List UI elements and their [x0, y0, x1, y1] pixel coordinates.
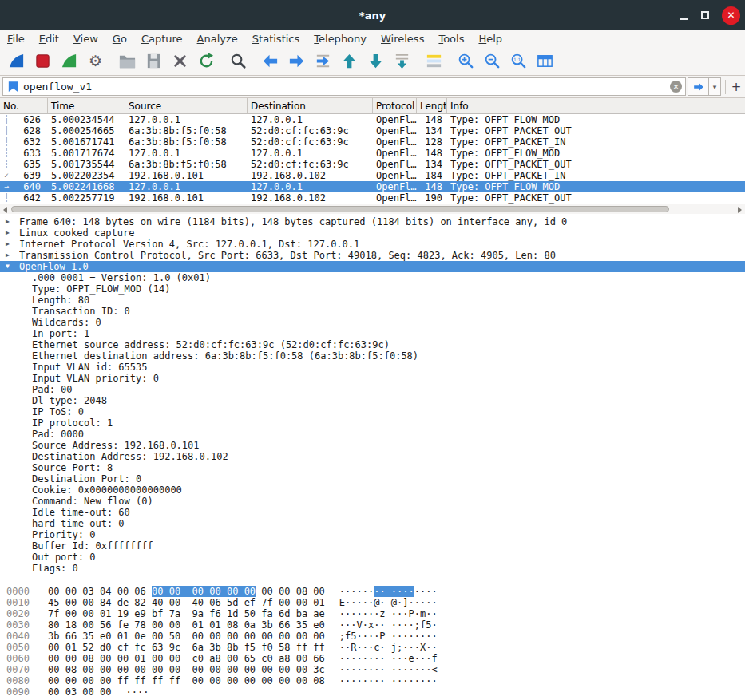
expander-icon[interactable]	[18, 328, 32, 339]
column-header-protocol[interactable]: Protocol	[373, 98, 417, 113]
menu-item[interactable]: View	[66, 30, 105, 47]
menu-item[interactable]: Statistics	[245, 30, 307, 47]
detail-line[interactable]: ▶ Frame 640: 148 bytes on wire (1184 bit…	[0, 216, 745, 227]
expander-icon[interactable]	[18, 563, 32, 574]
expander-icon[interactable]	[18, 295, 32, 306]
expander-icon[interactable]: ▶	[6, 250, 19, 261]
detail-line[interactable]: Source Address: 192.168.0.101	[0, 440, 745, 451]
detail-line[interactable]: Destination Port: 0	[0, 473, 745, 484]
expander-icon[interactable]	[18, 451, 32, 462]
expander-icon[interactable]	[18, 552, 32, 563]
zoom-out-button[interactable]	[482, 50, 502, 73]
open-file-button[interactable]	[117, 50, 137, 73]
expander-icon[interactable]	[18, 440, 32, 451]
capture-restart-button[interactable]	[59, 50, 79, 73]
capture-start-button[interactable]	[6, 50, 26, 73]
detail-line[interactable]: Pad: 0000	[0, 429, 745, 440]
hex-row[interactable]: 0000 00 00 03 04 00 06 00 00 00 00 00 00…	[0, 586, 745, 597]
detail-line[interactable]: Wildcards: 0	[0, 317, 745, 328]
expander-icon[interactable]	[18, 362, 32, 373]
menu-item[interactable]: Telephony	[307, 30, 374, 47]
packet-row[interactable]: → 640 5.002241668 127.0.0.1 127.0.0.1 Op…	[0, 181, 745, 192]
go-forward-button[interactable]	[287, 50, 307, 73]
colorize-button[interactable]	[424, 50, 444, 73]
detail-line[interactable]: IP protocol: 1	[0, 417, 745, 429]
packet-row[interactable]: ✓ 639 5.002202354 192.168.0.101 192.168.…	[0, 170, 745, 181]
detail-line[interactable]: ▼ OpenFlow 1.0	[0, 261, 745, 272]
expander-icon[interactable]	[18, 373, 32, 384]
hex-row[interactable]: 0070 00 08 00 00 00 00 00 00 00 00 00 00…	[0, 664, 745, 675]
detail-line[interactable]: .000 0001 = Version: 1.0 (0x01)	[0, 272, 745, 283]
capture-options-button[interactable]: ⚙	[85, 50, 105, 73]
expander-icon[interactable]	[18, 484, 32, 496]
detail-line[interactable]: Pad: 00	[0, 384, 745, 395]
expander-icon[interactable]	[18, 306, 32, 317]
packet-row[interactable]: ┆ 626 5.000234544 127.0.0.1 127.0.0.1 Op…	[0, 114, 745, 125]
hex-row[interactable]: 0010 45 00 00 84 de 82 40 00 40 06 5d ef…	[0, 597, 745, 608]
packet-row[interactable]: ┆ 632 5.001671741 6a:3b:8b:f5:f0:58 52:d…	[0, 136, 745, 148]
go-to-packet-button[interactable]	[313, 50, 333, 73]
expander-icon[interactable]: ▶	[6, 239, 19, 250]
detail-line[interactable]: ▶ Transmission Control Protocol, Src Por…	[0, 250, 745, 261]
apply-filter-button[interactable]	[688, 77, 709, 96]
expander-icon[interactable]	[18, 540, 32, 552]
menu-item[interactable]: Analyze	[190, 30, 245, 47]
column-header-destination[interactable]: Destination	[248, 98, 373, 113]
menu-item[interactable]: Help	[471, 30, 509, 47]
detail-line[interactable]: Cookie: 0x0000000000000000	[0, 484, 745, 496]
expander-icon[interactable]	[18, 339, 32, 350]
go-first-packet-button[interactable]	[339, 50, 359, 73]
column-header-no[interactable]: No.	[0, 98, 48, 113]
detail-line[interactable]: In port: 1	[0, 328, 745, 339]
detail-line[interactable]: Buffer Id: 0xffffffff	[0, 540, 745, 552]
packet-row[interactable]: ┆ 628 5.000254665 6a:3b:8b:f5:f0:58 52:d…	[0, 125, 745, 136]
detail-line[interactable]: Ethernet destination address: 6a:3b:8b:f…	[0, 350, 745, 362]
expander-icon[interactable]	[18, 507, 32, 518]
column-header-time[interactable]: Time	[48, 98, 125, 113]
detail-line[interactable]: Ethernet source address: 52:d0:cf:fc:63:…	[0, 339, 745, 350]
detail-line[interactable]: Destination Address: 192.168.0.102	[0, 451, 745, 462]
expander-icon[interactable]	[18, 518, 32, 529]
hex-row[interactable]: 0090 00 03 00 00 ····	[0, 686, 745, 698]
detail-line[interactable]: Length: 80	[0, 295, 745, 306]
filter-history-dropdown[interactable]: ▾	[709, 77, 721, 96]
expander-icon[interactable]: ▶	[6, 216, 19, 227]
filter-text-field[interactable]	[23, 81, 667, 93]
detail-line[interactable]: Type: OFPT_FLOW_MOD (14)	[0, 283, 745, 295]
capture-stop-button[interactable]	[33, 50, 53, 73]
scroll-right-arrow-icon[interactable]	[738, 207, 742, 213]
expander-icon[interactable]	[18, 384, 32, 395]
packet-row[interactable]: ┆ 635 5.001735544 6a:3b:8b:f5:f0:58 52:d…	[0, 159, 745, 170]
detail-line[interactable]: Idle time-out: 60	[0, 507, 745, 518]
detail-line[interactable]: Dl type: 2048	[0, 395, 745, 406]
expander-icon[interactable]	[18, 417, 32, 429]
resize-columns-button[interactable]	[535, 50, 555, 73]
go-back-button[interactable]	[260, 50, 280, 73]
scroll-left-arrow-icon[interactable]	[3, 207, 7, 213]
expander-icon[interactable]	[18, 283, 32, 295]
hex-row[interactable]: 0060 00 00 08 00 00 01 00 00 c0 a8 00 65…	[0, 653, 745, 664]
hex-row[interactable]: 0030 80 18 00 56 fe 78 00 00 01 01 08 0a…	[0, 619, 745, 631]
hex-row[interactable]: 0020 7f 00 00 01 19 e9 bf 7a 9a f6 1d 50…	[0, 608, 745, 619]
expander-icon[interactable]	[18, 529, 32, 540]
detail-line[interactable]: Input VLAN id: 65535	[0, 362, 745, 373]
expander-icon[interactable]	[18, 317, 32, 328]
packet-row[interactable]: ┆ 633 5.001717674 127.0.0.1 127.0.0.1 Op…	[0, 148, 745, 159]
minimize-icon[interactable]	[680, 18, 688, 20]
detail-line[interactable]: Command: New flow (0)	[0, 496, 745, 507]
hex-row[interactable]: 0080 00 00 00 00 ff ff ff ff 00 00 00 00…	[0, 675, 745, 686]
expander-icon[interactable]	[18, 395, 32, 406]
save-file-button[interactable]	[144, 50, 164, 73]
column-header-info[interactable]: Info	[447, 98, 745, 113]
packet-list-hscrollbar[interactable]	[0, 204, 745, 214]
auto-scroll-button[interactable]	[392, 50, 412, 73]
detail-line[interactable]: Flags: 0	[0, 563, 745, 574]
expander-icon[interactable]: ▶	[6, 227, 19, 239]
column-header-length[interactable]: Length	[417, 98, 447, 113]
menu-item[interactable]: File	[0, 30, 32, 47]
expander-icon[interactable]	[18, 496, 32, 507]
detail-line[interactable]: Out port: 0	[0, 552, 745, 563]
packet-row[interactable]: ┆ 642 5.002257719 192.168.0.101 192.168.…	[0, 192, 745, 204]
zoom-original-button[interactable]: 1:1	[509, 50, 529, 73]
find-packet-button[interactable]	[228, 50, 248, 73]
